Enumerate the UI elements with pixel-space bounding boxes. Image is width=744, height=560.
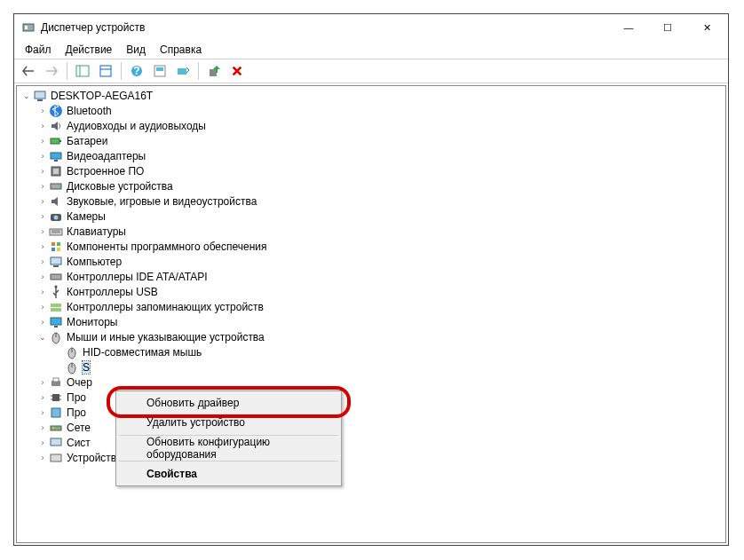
tree-item[interactable]: ›Компьютер [17, 254, 725, 269]
svg-point-24 [54, 215, 59, 219]
tree-item-mice[interactable]: ⌄Мыши и иные указывающие устройства [17, 329, 725, 344]
svg-rect-30 [51, 248, 55, 251]
hid-icon [49, 451, 63, 465]
show-hidden-button[interactable] [72, 60, 93, 82]
svg-rect-32 [51, 257, 61, 264]
tree-item[interactable]: ›Контроллеры запоминающих устройств [17, 299, 725, 314]
svg-rect-34 [51, 274, 61, 280]
tree-item[interactable]: ›Встроенное ПО [17, 163, 725, 178]
tree-item[interactable]: ›Аудиовходы и аудиовыходы [17, 118, 725, 133]
expander-icon[interactable]: › [36, 135, 49, 147]
action-button[interactable] [149, 60, 170, 82]
tree-item-selected-mouse[interactable]: S [17, 359, 725, 375]
scan-button[interactable] [172, 60, 194, 82]
expander-icon[interactable]: › [36, 225, 49, 238]
svg-rect-9 [156, 67, 163, 71]
expander-icon[interactable]: › [36, 256, 49, 268]
tree-item[interactable]: ›Мониторы [17, 314, 725, 329]
processor-icon [49, 390, 63, 405]
uninstall-button[interactable] [226, 60, 248, 82]
svg-rect-47 [53, 378, 59, 382]
expander-icon[interactable]: › [36, 286, 49, 298]
ctx-scan-hardware[interactable]: Обновить конфигурацию оборудования [118, 438, 339, 458]
tree-item[interactable]: ›Контроллеры IDE ATA/ATAPI [17, 269, 725, 284]
tree-item[interactable]: ›Очер [17, 375, 725, 390]
expander-icon[interactable]: › [36, 120, 49, 132]
update-driver-toolbar-button[interactable] [203, 60, 225, 82]
tree-item[interactable]: ›Камеры [17, 209, 725, 224]
svg-rect-28 [51, 242, 55, 246]
tree-item[interactable]: ›Батареи [17, 133, 725, 148]
svg-point-35 [55, 285, 58, 288]
svg-rect-4 [100, 66, 111, 76]
expander-icon[interactable]: › [36, 316, 49, 328]
svg-point-55 [52, 427, 54, 429]
toolbar: ? [14, 59, 728, 83]
svg-rect-18 [54, 160, 58, 162]
help-button[interactable]: ? [126, 60, 147, 82]
svg-rect-29 [57, 242, 60, 246]
expander-icon[interactable]: › [36, 150, 49, 162]
expander-icon[interactable]: › [36, 452, 49, 464]
tree-item-hid-mouse[interactable]: HID-совместимая мышь [17, 344, 725, 359]
svg-text:?: ? [133, 65, 139, 77]
svg-rect-53 [51, 408, 60, 417]
properties-button[interactable] [95, 60, 116, 82]
expander-icon[interactable]: › [36, 391, 49, 404]
expander-icon[interactable]: › [36, 437, 49, 449]
svg-rect-38 [51, 318, 61, 325]
tree-item[interactable]: ›Bluetooth [17, 103, 725, 118]
computer-icon [49, 255, 63, 269]
ctx-properties[interactable]: Свойства [118, 464, 339, 484]
tree-item[interactable]: ›Дисковые устройства [17, 178, 725, 193]
computer-icon [33, 89, 47, 103]
tree-item[interactable]: ›Клавиатуры [17, 224, 725, 239]
svg-rect-11 [210, 69, 217, 76]
expander-icon[interactable]: › [36, 165, 49, 177]
svg-rect-39 [54, 326, 58, 327]
storage-controller-icon [49, 300, 63, 314]
expander-icon[interactable]: › [36, 105, 49, 117]
svg-rect-1 [25, 26, 28, 29]
forward-button[interactable] [41, 60, 62, 82]
menu-file[interactable]: Файл [18, 43, 59, 57]
back-button[interactable] [18, 60, 39, 82]
expander-icon[interactable]: › [36, 376, 49, 389]
expander-icon[interactable]: ⌄ [36, 331, 49, 343]
svg-rect-12 [35, 91, 45, 99]
svg-rect-17 [51, 153, 61, 159]
expander-icon[interactable]: › [36, 422, 49, 434]
menu-help[interactable]: Справка [153, 43, 209, 57]
sound-icon [49, 194, 63, 209]
ctx-remove-device[interactable]: Удалить устройство [118, 413, 339, 432]
print-queue-icon [49, 375, 63, 390]
camera-icon [49, 209, 63, 224]
tree-item[interactable]: ›Звуковые, игровые и видеоустройства [17, 193, 725, 209]
ctx-update-driver[interactable]: Обновить драйвер [118, 393, 339, 413]
expander-icon[interactable]: › [36, 195, 49, 208]
expander-icon[interactable]: › [36, 406, 49, 419]
tree-item[interactable]: ›Контроллеры USB [17, 284, 725, 299]
maximize-button[interactable]: ☐ [648, 15, 687, 40]
expander-icon[interactable]: › [36, 180, 49, 193]
network-icon [49, 421, 63, 435]
mouse-icon [65, 345, 79, 359]
mouse-icon [65, 360, 79, 375]
svg-rect-33 [53, 265, 59, 267]
close-button[interactable]: ✕ [687, 15, 726, 40]
expander-icon[interactable]: › [36, 241, 49, 253]
svg-rect-15 [51, 138, 59, 144]
bluetooth-icon [49, 104, 63, 118]
menu-view[interactable]: Вид [119, 43, 153, 57]
expander-icon[interactable]: › [36, 301, 49, 313]
expander-icon[interactable]: › [36, 271, 49, 283]
expander-icon[interactable]: ⌄ [20, 90, 33, 102]
menu-action[interactable]: Действие [59, 43, 120, 57]
tree-item[interactable]: ›Видеоадаптеры [17, 148, 725, 163]
tree-item[interactable]: ›Компоненты программного обеспечения [17, 239, 725, 254]
separator [119, 461, 338, 461]
software-device-icon [49, 406, 63, 420]
expander-icon[interactable]: › [36, 210, 49, 223]
minimize-button[interactable]: — [609, 15, 648, 40]
tree-root[interactable]: ⌄ DESKTOP-AEGA16T [17, 88, 725, 103]
